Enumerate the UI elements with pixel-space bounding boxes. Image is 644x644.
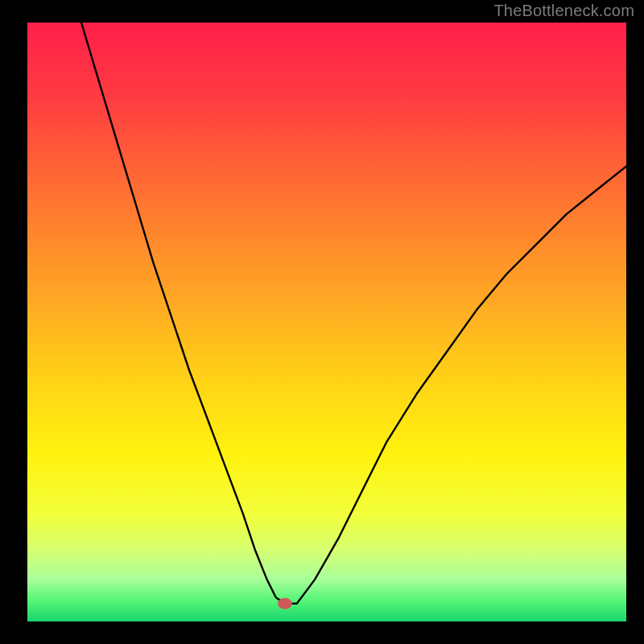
watermark-text: TheBottleneck.com <box>493 2 634 20</box>
optimal-point-marker <box>278 598 292 609</box>
plot-area <box>27 23 626 621</box>
chart-frame: TheBottleneck.com <box>0 0 644 644</box>
bottleneck-chart <box>0 0 644 644</box>
